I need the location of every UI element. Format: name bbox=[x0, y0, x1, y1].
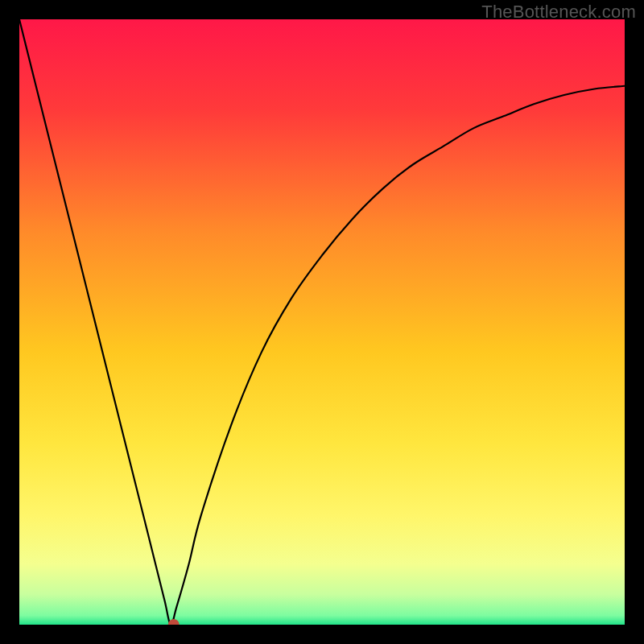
chart-plot-area bbox=[19, 19, 625, 625]
chart-svg bbox=[19, 19, 625, 625]
gradient-background bbox=[19, 19, 625, 625]
chart-frame: TheBottleneck.com bbox=[0, 0, 644, 644]
